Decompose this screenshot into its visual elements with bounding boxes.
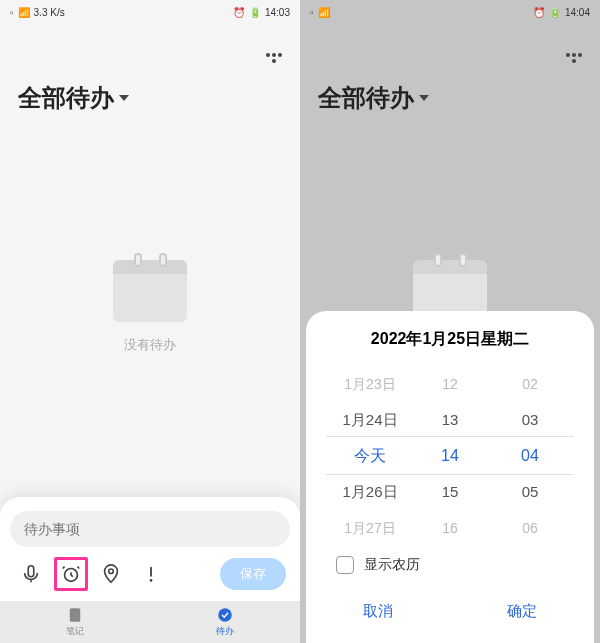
voice-button[interactable] (14, 557, 48, 591)
picker-item-selected[interactable]: 04 (521, 438, 539, 474)
picker-item[interactable]: 1月24日 (342, 402, 397, 438)
picker-item[interactable]: 13 (442, 402, 459, 438)
svg-point-2 (109, 569, 114, 574)
picker-item[interactable]: 16 (442, 510, 458, 546)
svg-rect-3 (150, 567, 152, 577)
status-bar: ▫ 📶 3.3 K/s ⏰ 🔋 14:03 (0, 0, 300, 24)
clock: 14:03 (265, 7, 290, 18)
picker-title: 2022年1月25日星期二 (306, 329, 594, 350)
signal-icon: 📶 (18, 7, 30, 18)
date-column[interactable]: 1月23日 1月24日 今天 1月26日 1月27日 (330, 366, 410, 546)
svg-point-6 (218, 608, 232, 622)
hd-icon: ▫ (310, 7, 314, 18)
nav-todo[interactable]: 待办 (150, 601, 300, 643)
battery-icon: 🔋 (249, 7, 261, 18)
minute-column[interactable]: 02 03 04 05 06 (490, 366, 570, 546)
page-title-text: 全部待办 (18, 82, 114, 114)
picker-item[interactable]: 06 (522, 510, 538, 546)
picker-item-selected[interactable]: 14 (441, 438, 459, 474)
picker-columns[interactable]: 1月23日 1月24日 今天 1月26日 1月27日 12 13 14 15 1… (306, 366, 594, 546)
picker-item[interactable]: 02 (522, 366, 538, 402)
lunar-toggle-row[interactable]: 显示农历 (306, 546, 594, 590)
empty-text: 没有待办 (113, 336, 187, 354)
page-title-dropdown[interactable]: 全部待办 (18, 82, 129, 114)
picker-item[interactable]: 05 (522, 474, 539, 510)
todo-input[interactable] (10, 511, 290, 547)
signal-icon: 📶 (318, 7, 330, 18)
confirm-button[interactable]: 确定 (450, 594, 594, 629)
picker-item[interactable]: 15 (442, 474, 459, 510)
svg-rect-5 (70, 608, 81, 622)
status-right: ⏰ 🔋 14:04 (533, 7, 590, 18)
lunar-checkbox[interactable] (336, 556, 354, 574)
status-left: ▫ 📶 3.3 K/s (10, 7, 65, 18)
input-actions: 保存 (10, 557, 290, 591)
overflow-menu-button[interactable] (264, 48, 284, 68)
svg-rect-0 (28, 566, 34, 577)
overflow-menu-button[interactable] (564, 48, 584, 68)
picker-item-selected[interactable]: 今天 (354, 438, 386, 474)
priority-button[interactable] (134, 557, 168, 591)
picker-item[interactable]: 1月23日 (344, 366, 395, 402)
svg-point-4 (150, 579, 153, 582)
nav-notes[interactable]: 笔记 (0, 601, 150, 643)
location-button[interactable] (94, 557, 128, 591)
picker-actions: 取消 确定 (306, 590, 594, 629)
reminder-button[interactable] (54, 557, 88, 591)
cancel-button[interactable]: 取消 (306, 594, 450, 629)
hd-icon: ▫ (10, 7, 14, 18)
picker-item[interactable]: 12 (442, 366, 458, 402)
hour-column[interactable]: 12 13 14 15 16 (410, 366, 490, 546)
bottom-nav: 笔记 待办 (0, 601, 300, 643)
picker-item[interactable]: 1月27日 (344, 510, 395, 546)
page-title-text: 全部待办 (318, 82, 414, 114)
picker-item[interactable]: 1月26日 (342, 474, 397, 510)
lunar-label: 显示农历 (364, 556, 420, 574)
todo-input-panel: 保存 (0, 497, 300, 601)
page-title-dropdown[interactable]: 全部待办 (318, 82, 429, 114)
status-bar: ▫ 📶 ⏰ 🔋 14:04 (300, 0, 600, 24)
save-button[interactable]: 保存 (220, 558, 286, 590)
netspeed: 3.3 K/s (34, 7, 65, 18)
date-picker-sheet: 2022年1月25日星期二 1月23日 1月24日 今天 1月26日 1月27日… (306, 311, 594, 643)
alarm-icon: ⏰ (533, 7, 545, 18)
clock: 14:04 (565, 7, 590, 18)
empty-state: 没有待办 (113, 260, 187, 354)
nav-notes-label: 笔记 (66, 625, 84, 638)
screen-todo-list: ▫ 📶 3.3 K/s ⏰ 🔋 14:03 全部待办 没有待办 (0, 0, 300, 643)
alarm-icon: ⏰ (233, 7, 245, 18)
picker-item[interactable]: 03 (522, 402, 539, 438)
battery-icon: 🔋 (549, 7, 561, 18)
status-left: ▫ 📶 (310, 7, 330, 18)
nav-todo-label: 待办 (216, 625, 234, 638)
screen-date-picker: ▫ 📶 ⏰ 🔋 14:04 全部待办 2022年1月25日星期二 1月23日 1… (300, 0, 600, 643)
calendar-empty-icon (113, 260, 187, 322)
status-right: ⏰ 🔋 14:03 (233, 7, 290, 18)
